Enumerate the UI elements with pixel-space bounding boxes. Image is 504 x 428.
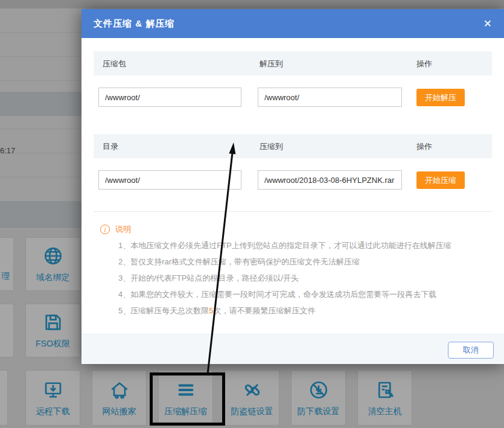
note-item-3: 3、开始的/代表FTP站点的根目录，路径必须以/开头 (118, 270, 480, 286)
info-icon: i (100, 225, 110, 234)
start-compress-button[interactable]: 开始压缩 (416, 171, 465, 189)
compress-section-header: 目录 压缩到 操作 (94, 134, 492, 158)
column-package: 压缩包 (103, 59, 126, 69)
annotation-highlight-box (150, 372, 225, 426)
note-item-1: 1、本地压缩文件必须先通过FTP上传到您站点的指定目录下，才可以通过此功能进行在… (118, 237, 480, 254)
notes-header: i 说明 (100, 224, 131, 235)
package-path-input[interactable] (98, 88, 241, 107)
compress-dest-input[interactable] (258, 170, 402, 190)
page: 6:17 理 域名绑定 FSO权限 (0, 0, 504, 428)
cancel-button[interactable]: 取消 (448, 342, 494, 359)
note-item-2: 2、暂仅支持rar格式文件解压缩，带有密码保护的压缩文件无法解压缩 (118, 254, 480, 270)
extract-section-header: 压缩包 解压到 操作 (94, 51, 492, 75)
section-divider (94, 211, 492, 212)
column-compress-to: 压缩到 (260, 141, 283, 152)
close-icon[interactable]: ✕ (480, 9, 496, 38)
column-action: 操作 (416, 141, 432, 152)
dialog-footer: 取消 (81, 334, 504, 364)
notes-title: 说明 (115, 224, 131, 235)
notes-list: 1、本地压缩文件必须先通过FTP上传到您站点的指定目录下，才可以通过此功能进行在… (118, 237, 480, 319)
column-action: 操作 (416, 59, 432, 69)
column-directory: 目录 (103, 141, 118, 152)
extract-dest-input[interactable] (258, 88, 402, 107)
dialog-header: 文件压缩 & 解压缩 ✕ (81, 9, 504, 38)
note-item-5: 5、压缩解压每天总次数限5次，请不要频繁压缩解压文件 (118, 302, 480, 319)
start-extract-button[interactable]: 开始解压 (416, 89, 465, 106)
directory-input[interactable] (98, 170, 241, 190)
compress-dialog: 文件压缩 & 解压缩 ✕ 压缩包 解压到 操作 开始解压 目录 压缩到 操作 开… (81, 9, 504, 364)
dialog-title: 文件压缩 & 解压缩 (81, 18, 174, 30)
column-extract-to: 解压到 (260, 59, 283, 69)
note-item-4: 4、如果您的文件较大，压缩需要一段时间才可完成，命令发送成功后您需要等一段再去下… (118, 286, 480, 302)
